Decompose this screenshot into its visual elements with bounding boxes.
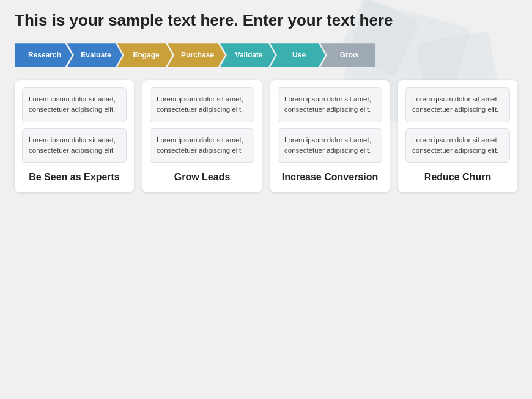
card-increase-conversion-label: Increase Conversion [278, 171, 382, 184]
card-increase-conversion-text2: Lorem ipsum dolor sit amet, consectetuer… [278, 128, 382, 163]
card-be-seen-text1: Lorem ipsum dolor sit amet, consectetuer… [22, 87, 127, 122]
page-title: This is your sample text here. Enter you… [15, 11, 517, 30]
card-be-seen-label: Be Seen as Experts [22, 171, 127, 184]
card-reduce-churn-text2: Lorem ipsum dolor sit amet, consectetuer… [405, 128, 510, 163]
process-step-engage[interactable]: Engage [117, 43, 172, 67]
card-reduce-churn-label: Reduce Churn [405, 171, 510, 184]
card-grow-leads-text1: Lorem ipsum dolor sit amet, consectetuer… [150, 87, 254, 122]
process-step-use[interactable]: Use [270, 43, 325, 67]
cards-container: Lorem ipsum dolor sit amet, consectetuer… [15, 80, 517, 192]
card-be-seen: Lorem ipsum dolor sit amet, consectetuer… [15, 80, 134, 192]
card-reduce-churn: Lorem ipsum dolor sit amet, consectetuer… [398, 80, 517, 192]
process-step-validate[interactable]: Validate [220, 43, 275, 67]
card-increase-conversion-text1: Lorem ipsum dolor sit amet, consectetuer… [278, 87, 382, 122]
card-grow-leads: Lorem ipsum dolor sit amet, consectetuer… [142, 80, 262, 192]
process-step-grow[interactable]: Grow [320, 43, 375, 67]
card-reduce-churn-text1: Lorem ipsum dolor sit amet, consectetuer… [405, 87, 510, 122]
card-grow-leads-label: Grow Leads [150, 171, 254, 184]
process-step-research[interactable]: Research [15, 43, 72, 67]
card-grow-leads-text2: Lorem ipsum dolor sit amet, consectetuer… [150, 128, 254, 163]
card-increase-conversion: Lorem ipsum dolor sit amet, consectetuer… [270, 80, 390, 192]
card-be-seen-text2: Lorem ipsum dolor sit amet, consectetuer… [22, 128, 127, 163]
process-step-purchase[interactable]: Purchase [168, 43, 225, 67]
process-step-evaluate[interactable]: Evaluate [67, 43, 122, 67]
process-bar: ResearchEvaluateEngagePurchaseValidateUs… [15, 43, 517, 67]
